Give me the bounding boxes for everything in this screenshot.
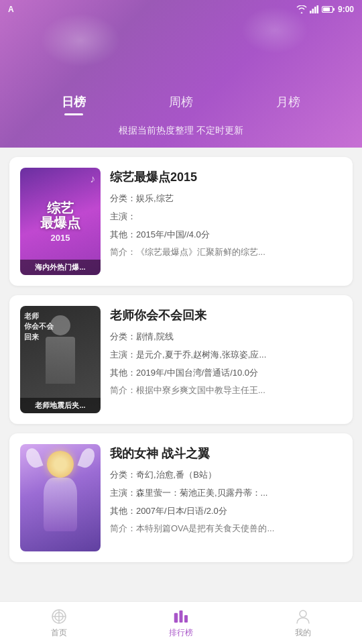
wifi-icon [296, 5, 307, 13]
status-app-icon: A [8, 5, 14, 14]
status-bar: A 9:00 [0, 0, 362, 19]
thumb-title-1: 综艺最爆点 [38, 201, 83, 230]
person-icon [294, 608, 312, 625]
status-time: 9:00 [338, 5, 354, 14]
svg-rect-0 [310, 11, 312, 13]
svg-rect-3 [316, 5, 318, 13]
bottom-navigation: 首页 排行榜 我的 [0, 601, 362, 644]
nav-label-home: 首页 [51, 627, 67, 639]
svg-rect-13 [184, 615, 188, 623]
tab-daily[interactable]: 日榜 [48, 89, 99, 118]
card-thumbnail-3 [20, 444, 101, 551]
card-title-2: 老师你会不会回来 [110, 307, 342, 323]
card-thumbnail-2: 老师你会不会回来 老师地震后夹... [20, 306, 101, 413]
signal-icon [310, 5, 319, 13]
card-title-1: 综艺最爆点2015 [110, 169, 342, 185]
svg-rect-2 [314, 7, 316, 13]
nav-item-ranking[interactable]: 排行榜 [156, 605, 206, 641]
thumb-label-1: 海内外热门爆... [20, 260, 101, 275]
card-cast-1: 主演： [110, 210, 342, 224]
list-item[interactable]: 综艺最爆点 2015 ♪ 海内外热门爆... 综艺最爆点2015 分类：娱乐,综… [9, 157, 353, 286]
card-desc-1: 简介：《综艺最爆点》汇聚新鲜的综艺... [110, 246, 342, 259]
svg-rect-11 [174, 613, 178, 623]
nav-item-home[interactable]: 首页 [37, 605, 81, 641]
header-subtitle: 根据当前热度整理 不定时更新 [0, 118, 362, 148]
card-thumbnail-1: 综艺最爆点 2015 ♪ 海内外热门爆... [20, 168, 101, 275]
tabs-container: 日榜 周榜 月榜 [0, 89, 362, 118]
thumb-label-2: 老师地震后夹... [20, 398, 101, 413]
tab-weekly[interactable]: 周榜 [156, 89, 206, 118]
card-other-3: 其他：2007年/日本/日语/2.0分 [110, 504, 342, 519]
svg-rect-1 [312, 9, 314, 13]
card-info-2: 老师你会不会回来 分类：剧情,院线 主演：是元介,夏于乔,赵树海,张琼姿,应..… [110, 306, 342, 413]
card-cast-3: 主演：森里萤一：菊池正美,贝露丹蒂：... [110, 486, 342, 500]
card-category-2: 分类：剧情,院线 [110, 330, 342, 344]
card-category-1: 分类：娱乐,综艺 [110, 192, 342, 206]
list-item[interactable]: 我的女神 战斗之翼 分类：奇幻,治愈,番（B站） 主演：森里萤一：菊池正美,贝露… [9, 433, 353, 562]
header: 日榜 周榜 月榜 根据当前热度整理 不定时更新 [0, 0, 362, 148]
content-area: 综艺最爆点 2015 ♪ 海内外热门爆... 综艺最爆点2015 分类：娱乐,综… [0, 148, 362, 628]
card-other-2: 其他：2019年/中国台湾/普通话/10.0分 [110, 366, 342, 380]
status-right: 9:00 [296, 5, 354, 14]
svg-point-15 [300, 610, 306, 617]
nav-label-ranking: 排行榜 [169, 627, 193, 639]
svg-rect-12 [179, 610, 182, 623]
card-info-3: 我的女神 战斗之翼 分类：奇幻,治愈,番（B站） 主演：森里萤一：菊池正美,贝露… [110, 444, 342, 551]
music-note-icon: ♪ [90, 173, 95, 185]
tab-monthly[interactable]: 月榜 [263, 89, 314, 118]
list-item[interactable]: 老师你会不会回来 老师地震后夹... 老师你会不会回来 分类：剧情,院线 主演：… [9, 295, 353, 424]
card-info-1: 综艺最爆点2015 分类：娱乐,综艺 主演： 其他：2015年/中国//4.0分… [110, 168, 342, 275]
card-desc-2: 简介：根据中寮乡爽文国中教导主任王... [110, 384, 342, 397]
svg-rect-6 [323, 7, 330, 11]
card-desc-3: 简介：本特别篇OVA是把有关食天使兽的... [110, 522, 342, 535]
home-icon [50, 608, 68, 625]
card-category-3: 分类：奇幻,治愈,番（B站） [110, 468, 342, 482]
nav-label-mine: 我的 [295, 627, 311, 639]
card-title-3: 我的女神 战斗之翼 [110, 445, 342, 462]
card-other-1: 其他：2015年/中国//4.0分 [110, 228, 342, 242]
nav-item-mine[interactable]: 我的 [281, 605, 325, 641]
ranking-icon [172, 608, 190, 625]
battery-icon [322, 5, 335, 13]
card-cast-2: 主演：是元介,夏于乔,赵树海,张琼姿,应... [110, 348, 342, 362]
svg-rect-5 [333, 8, 335, 11]
